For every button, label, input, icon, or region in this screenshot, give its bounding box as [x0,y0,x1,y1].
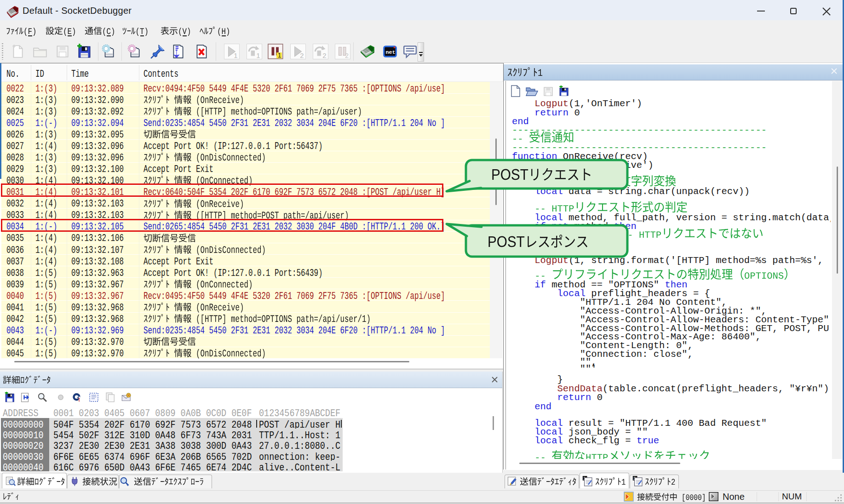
svg-text:2: 2 [322,52,326,59]
svg-text:2: 2 [345,52,349,59]
svg-text:!: ! [78,396,80,403]
svg-text:1: 1 [278,52,281,59]
svg-text:net: net [385,49,395,56]
svg-text:1: 1 [234,52,237,59]
svg-text:2: 2 [300,52,304,59]
svg-text:1: 1 [256,52,260,59]
